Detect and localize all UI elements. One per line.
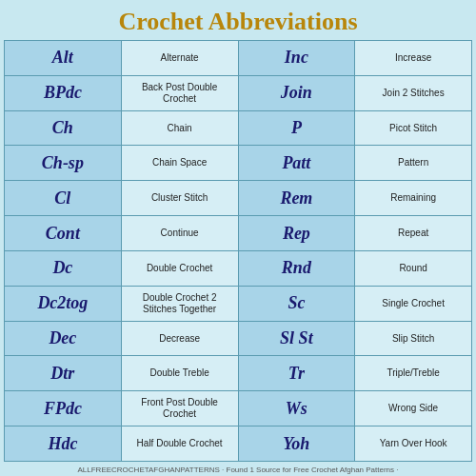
desc-left-6: Double Crochet bbox=[122, 251, 239, 287]
abbr-right-2: P bbox=[239, 111, 356, 147]
abbr-left-2: Ch bbox=[5, 111, 122, 147]
abbreviations-grid: AltAlternateIncIncreaseBPdcBack Post Dou… bbox=[4, 40, 472, 462]
desc-right-5: Repeat bbox=[355, 216, 472, 251]
footer: ALLFREECROCHETAFGHANPATTERNS · Found 1 S… bbox=[0, 464, 476, 476]
abbr-left-4: Cl bbox=[5, 181, 122, 216]
desc-left-3: Chain Space bbox=[122, 146, 239, 181]
desc-right-1: Join 2 Stitches bbox=[355, 76, 472, 111]
desc-right-9: Triple/Treble bbox=[355, 356, 472, 391]
desc-right-8: Slip Stitch bbox=[355, 322, 472, 357]
abbr-left-10: FPdc bbox=[5, 391, 122, 426]
abbr-right-11: Yoh bbox=[239, 426, 356, 462]
abbr-right-6: Rnd bbox=[239, 251, 356, 287]
abbr-right-7: Sc bbox=[239, 287, 356, 322]
desc-right-11: Yarn Over Hook bbox=[355, 426, 472, 462]
desc-right-4: Remaining bbox=[355, 181, 472, 216]
desc-right-0: Increase bbox=[355, 41, 472, 76]
desc-right-10: Wrong Side bbox=[355, 391, 472, 426]
header: Crochet Abbreviations bbox=[0, 0, 476, 40]
desc-left-8: Decrease bbox=[122, 322, 239, 357]
abbr-right-9: Tr bbox=[239, 356, 356, 391]
desc-left-11: Half Double Crochet bbox=[122, 426, 239, 462]
desc-left-1: Back Post Double Crochet bbox=[122, 76, 239, 111]
abbr-right-0: Inc bbox=[239, 41, 356, 76]
desc-right-3: Pattern bbox=[355, 146, 472, 181]
abbr-left-7: Dc2tog bbox=[5, 287, 122, 322]
abbr-left-9: Dtr bbox=[5, 356, 122, 391]
abbr-left-3: Ch-sp bbox=[5, 146, 122, 181]
desc-left-9: Double Treble bbox=[122, 356, 239, 391]
desc-left-0: Alternate bbox=[122, 41, 239, 76]
abbr-right-1: Join bbox=[239, 76, 356, 111]
abbr-left-5: Cont bbox=[5, 216, 122, 251]
abbr-left-11: Hdc bbox=[5, 426, 122, 462]
desc-right-6: Round bbox=[355, 251, 472, 287]
abbr-left-8: Dec bbox=[5, 322, 122, 357]
desc-left-5: Continue bbox=[122, 216, 239, 251]
abbr-right-4: Rem bbox=[239, 181, 356, 216]
page-title: Crochet Abbreviations bbox=[4, 8, 472, 36]
desc-right-2: Picot Stitch bbox=[355, 111, 472, 147]
desc-left-2: Chain bbox=[122, 111, 239, 147]
abbr-right-8: Sl St bbox=[239, 322, 356, 357]
desc-left-4: Cluster Stitch bbox=[122, 181, 239, 216]
abbr-right-5: Rep bbox=[239, 216, 356, 251]
desc-left-7: Double Crochet 2 Stitches Together bbox=[122, 287, 239, 322]
abbr-right-10: Ws bbox=[239, 391, 356, 426]
desc-right-7: Single Crochet bbox=[355, 287, 472, 322]
page: Crochet Abbreviations AltAlternateIncInc… bbox=[0, 0, 476, 476]
abbr-left-0: Alt bbox=[5, 41, 122, 76]
abbr-left-1: BPdc bbox=[5, 76, 122, 111]
table-container: AltAlternateIncIncreaseBPdcBack Post Dou… bbox=[0, 40, 476, 464]
abbr-right-3: Patt bbox=[239, 146, 356, 181]
abbr-left-6: Dc bbox=[5, 251, 122, 287]
desc-left-10: Front Post Double Crochet bbox=[122, 391, 239, 426]
